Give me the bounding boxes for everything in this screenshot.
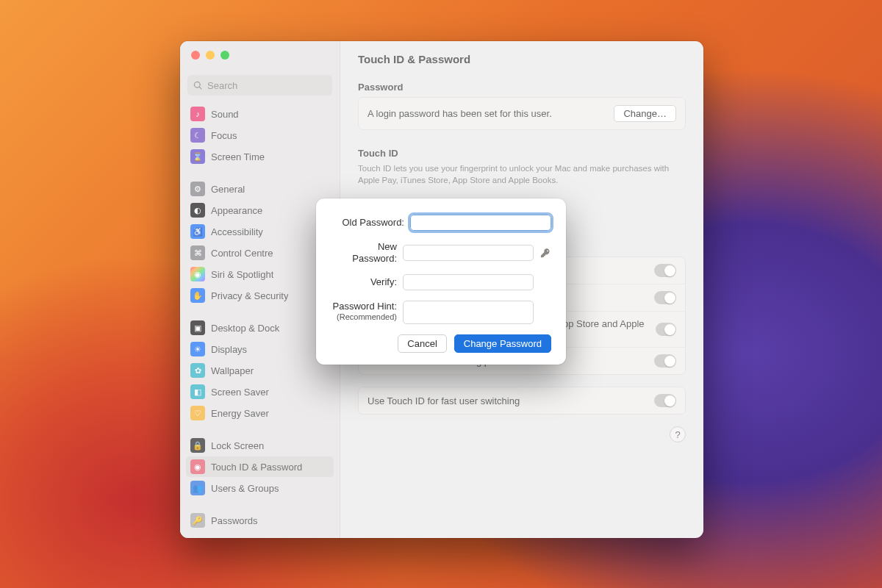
sidebar-item-label: Appearance (211, 205, 262, 216)
wallpaper-icon: ✿ (190, 363, 205, 378)
touchid-description: Touch ID lets you use your fingerprint t… (358, 163, 686, 186)
password-hint-input[interactable] (403, 301, 534, 324)
switch[interactable] (656, 323, 676, 336)
sidebar-item-label: Users & Groups (211, 483, 279, 494)
password-card: A login password has been set for this u… (358, 97, 686, 130)
sidebar-item-label: General (211, 184, 245, 195)
sidebar-item-touch-id[interactable]: ◉Touch ID & Password (186, 456, 334, 477)
sidebar-item-energy-saver[interactable]: ♡Energy Saver (186, 403, 334, 423)
search-input[interactable]: Search (187, 75, 332, 96)
lock-icon: 🔒 (190, 438, 205, 453)
cancel-button[interactable]: Cancel (398, 334, 446, 353)
sidebar-item-screen-time[interactable]: ⌛Screen Time (186, 146, 334, 167)
page-title: Touch ID & Password (358, 53, 686, 65)
minimize-window-icon[interactable] (206, 51, 215, 60)
sidebar-item-label: Accessibility (211, 226, 263, 237)
appearance-icon: ◐ (190, 203, 205, 218)
change-password-dialog: Old Password: New Password: Verify: Pass… (316, 198, 566, 365)
sidebar-item-accessibility[interactable]: ♿Accessibility (186, 221, 334, 242)
sidebar-item-desktop-dock[interactable]: ▣Desktop & Dock (186, 318, 334, 338)
sidebar-item-screen-saver[interactable]: ◧Screen Saver (186, 381, 334, 402)
new-password-input[interactable] (403, 245, 534, 261)
sidebar-item-focus[interactable]: ☾Focus (186, 125, 334, 146)
old-password-input[interactable] (410, 215, 551, 231)
sidebar-item-label: Siri & Spotlight (211, 269, 273, 280)
sidebar-item-appearance[interactable]: ◐Appearance (186, 200, 334, 220)
help-button[interactable]: ? (670, 426, 686, 442)
toggle-list-2: Use Touch ID for fast user switching (358, 387, 686, 415)
siri-icon: ◉ (190, 267, 205, 282)
switch[interactable] (654, 354, 676, 368)
password-section-header: Password (358, 82, 686, 93)
sidebar-item-label: Desktop & Dock (211, 323, 279, 334)
sidebar-item-displays[interactable]: ☀Displays (186, 339, 334, 359)
search-placeholder: Search (207, 80, 237, 91)
password-status-text: A login password has been set for this u… (368, 108, 552, 119)
touch-id-icon: ◉ (190, 459, 205, 474)
screen-saver-icon: ◧ (190, 384, 205, 399)
screen-time-icon: ⌛ (190, 149, 205, 164)
displays-icon: ☀ (190, 342, 205, 356)
sidebar-item-label: Touch ID & Password (211, 462, 302, 473)
privacy-icon: ✋ (190, 288, 205, 303)
sidebar-item-label: Control Centre (211, 248, 273, 259)
sidebar-item-label: Sound (211, 109, 239, 120)
sidebar-item-label: Screen Saver (211, 387, 269, 398)
hint-label: Password Hint: (Recommended) (331, 301, 397, 322)
sidebar-item-privacy[interactable]: ✋Privacy & Security (186, 285, 334, 306)
sidebar-item-label: Passwords (211, 515, 258, 526)
sidebar-item-label: Energy Saver (211, 408, 269, 419)
users-icon: 👥 (190, 481, 205, 495)
verify-label: Verify: (331, 276, 397, 288)
switch[interactable] (654, 264, 676, 277)
toggle-label: Use Touch ID for fast user switching (368, 395, 520, 406)
sidebar-item-siri[interactable]: ◉Siri & Spotlight (186, 264, 334, 284)
new-password-label: New Password: (331, 241, 397, 264)
sidebar-item-wallpaper[interactable]: ✿Wallpaper (186, 360, 334, 381)
zoom-window-icon[interactable] (220, 51, 229, 60)
verify-password-input[interactable] (403, 274, 534, 290)
accessibility-icon: ♿ (190, 224, 205, 239)
old-password-label: Old Password: (331, 217, 404, 229)
sidebar-item-users-groups[interactable]: 👥Users & Groups (186, 478, 334, 498)
sidebar-item-label: Lock Screen (211, 440, 264, 451)
sound-icon: ♪ (190, 107, 205, 121)
sidebar-item-label: Displays (211, 344, 247, 355)
sidebar-item-label: Wallpaper (211, 365, 254, 376)
general-icon: ⚙ (190, 182, 205, 196)
sidebar-item-label: Privacy & Security (211, 290, 288, 301)
sidebar-item-control-centre[interactable]: ⌘Control Centre (186, 243, 334, 263)
sidebar-item-label: Screen Time (211, 151, 265, 162)
sidebar-item-label: Focus (211, 130, 237, 141)
switch[interactable] (654, 291, 676, 304)
focus-icon: ☾ (190, 128, 205, 143)
toggle-fast-switching: Use Touch ID for fast user switching (359, 387, 685, 414)
energy-icon: ♡ (190, 406, 205, 420)
window-controls (180, 41, 340, 71)
desktop-icon: ▣ (190, 320, 205, 335)
switch[interactable] (654, 394, 676, 407)
sidebar-item-general[interactable]: ⚙General (186, 179, 334, 199)
sidebar-item-passwords[interactable]: 🔑Passwords (186, 510, 334, 531)
sidebar-item-lock-screen[interactable]: 🔒Lock Screen (186, 435, 334, 456)
close-window-icon[interactable] (191, 51, 200, 60)
sidebar-item-sound[interactable]: ♪Sound (186, 104, 334, 124)
change-password-confirm-button[interactable]: Change Password (454, 334, 551, 353)
search-icon (193, 81, 203, 90)
key-hint-icon[interactable] (539, 248, 551, 258)
control-centre-icon: ⌘ (190, 245, 205, 260)
touchid-section-header: Touch ID (358, 148, 686, 159)
change-password-button[interactable]: Change… (614, 105, 676, 122)
passwords-icon: 🔑 (190, 513, 205, 528)
